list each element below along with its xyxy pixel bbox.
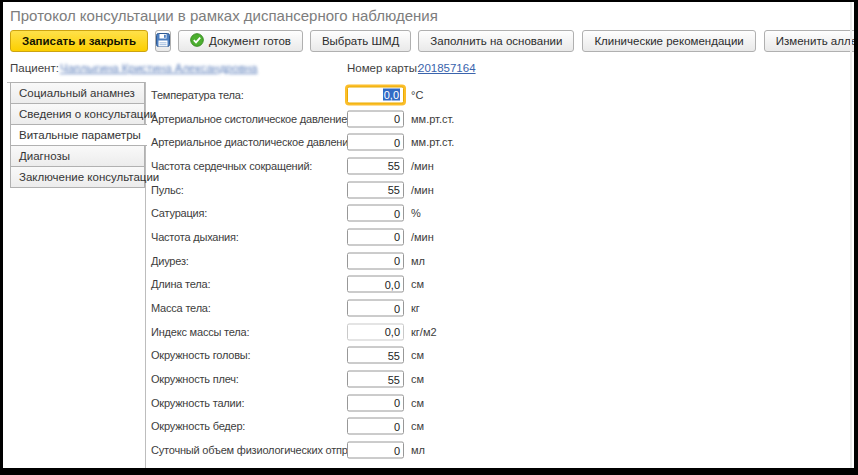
field-unit: мл [411, 255, 425, 267]
field-value: 55 [388, 373, 400, 385]
page-title: Протокол консультации в рамках диспансер… [10, 7, 438, 24]
screenshot-frame: Протокол консультации в рамках диспансер… [0, 0, 858, 475]
check-circle-icon [190, 33, 204, 49]
field-value: 0 [394, 207, 400, 219]
field-label: Окружность плеч: [151, 373, 239, 385]
field-input[interactable]: 0,0 [347, 86, 404, 103]
vital-parameters-form: Температура тела: 0,0 °С Артериальное си… [145, 82, 851, 468]
field-input[interactable]: 0 [347, 418, 404, 435]
sidebar-tab-4[interactable]: Заключение консультации [10, 166, 145, 188]
form-row: Частота дыхания: 0 /мин [146, 225, 851, 249]
field-label: Артериальное диастолическое давление: [151, 136, 357, 148]
field-value: 0,0 [385, 326, 400, 338]
field-input[interactable]: 0 [347, 228, 404, 245]
field-unit: кг/м2 [411, 326, 437, 338]
form-row: Окружность талии: 0 см [146, 391, 851, 415]
form-row: Длина тела: 0,0 см [146, 273, 851, 297]
field-input[interactable]: 0 [347, 110, 404, 127]
field-input[interactable]: 55 [347, 157, 404, 174]
field-input[interactable]: 0 [347, 300, 404, 317]
app-window: Протокол консультации в рамках диспансер… [3, 2, 854, 468]
form-row: Индекс массы тела: 0,0 кг/м2 [146, 320, 851, 344]
card-number-link[interactable]: 201857164 [418, 62, 476, 74]
field-input[interactable]: 0 [347, 252, 404, 269]
floppy-disk-icon [156, 33, 170, 49]
save-button[interactable] [155, 30, 171, 52]
field-input[interactable]: 0 [347, 394, 404, 411]
form-row: Масса тела: 0 кг [146, 296, 851, 320]
form-row: Суточный объем физиологических отправлен… [146, 438, 851, 462]
field-value: 0 [394, 231, 400, 243]
sidebar-tabs: Социальный анамнезСведения о консультаци… [10, 82, 145, 188]
field-value: 55 [388, 349, 400, 361]
field-label: Окружность талии: [151, 397, 244, 409]
field-value: 0 [394, 420, 400, 432]
field-unit: мм.рт.ст. [411, 113, 454, 125]
clinical-recommendations-button[interactable]: Клинические рекомендации [582, 30, 755, 52]
form-row: Артериальное систолическое давление: 0 м… [146, 107, 851, 131]
field-input[interactable]: 55 [347, 181, 404, 198]
field-unit: °С [411, 89, 423, 101]
field-unit: /мин [411, 184, 434, 196]
field-input[interactable]: 0,0 [347, 323, 404, 340]
field-label: Длина тела: [151, 278, 210, 290]
change-allergy-history-button[interactable]: Изменить аллергоанамнез [764, 30, 854, 52]
form-row: Артериальное диастолическое давление: 0 … [146, 130, 851, 154]
field-unit: кг [411, 302, 420, 314]
form-row: Сатурация: 0 % [146, 201, 851, 225]
field-input[interactable]: 0 [347, 134, 404, 151]
field-unit: мм.рт.ст. [411, 136, 454, 148]
field-input[interactable]: 0,0 [347, 276, 404, 293]
field-label: Индекс массы тела: [151, 326, 249, 338]
field-input[interactable]: 55 [347, 347, 404, 364]
sidebar-tab-3[interactable]: Диагнозы [10, 145, 145, 167]
field-label: Масса тела: [151, 302, 211, 314]
right-edge-line [850, 2, 852, 468]
patient-name-link[interactable]: Чаплыгина Кристина Александровна [60, 62, 258, 74]
field-unit: /мин [411, 231, 434, 243]
field-unit: см [411, 373, 424, 385]
form-row: Диурез: 0 мл [146, 249, 851, 273]
field-label: Частота сердечных сокращений: [151, 160, 312, 172]
sidebar-tab-2[interactable]: Витальные параметры [10, 124, 147, 146]
document-ready-button[interactable]: Документ готов [178, 30, 303, 52]
form-row: Окружность бедер: 0 см [146, 415, 851, 439]
sidebar-tab-0[interactable]: Социальный анамнез [10, 82, 145, 104]
field-label: Артериальное систолическое давление: [151, 113, 350, 125]
field-label: Диурез: [151, 255, 189, 267]
form-row: Частота сердечных сокращений: 55 /мин [146, 154, 851, 178]
field-unit: % [411, 207, 421, 219]
field-input[interactable]: 0 [347, 205, 404, 222]
field-unit: /мин [411, 160, 434, 172]
form-row: Температура тела: 0,0 °С [146, 83, 851, 107]
field-value: 55 [388, 184, 400, 196]
field-unit: см [411, 349, 424, 361]
form-row: Окружность плеч: 55 см [146, 367, 851, 391]
patient-label: Пациент: [10, 62, 59, 74]
save-and-close-button[interactable]: Записать и закрыть [10, 30, 148, 52]
field-value: 0 [394, 302, 400, 314]
field-input[interactable]: 55 [347, 371, 404, 388]
patient-row: Пациент: Чаплыгина Кристина Александровн… [10, 61, 854, 77]
field-unit: мл [411, 444, 425, 456]
field-input[interactable]: 0 [347, 442, 404, 459]
field-value: 0 [394, 255, 400, 267]
field-value: 0 [394, 136, 400, 148]
field-label: Пульс: [151, 184, 184, 196]
fill-based-on-button[interactable]: Заполнить на основании [418, 30, 574, 52]
field-label: Частота дыхания: [151, 231, 239, 243]
field-unit: см [411, 397, 424, 409]
choose-shmd-button[interactable]: Выбрать ШМД [310, 30, 411, 52]
field-value: 0 [394, 444, 400, 456]
field-label: Температура тела: [151, 89, 244, 101]
sidebar-tab-1[interactable]: Сведения о консультации [10, 103, 145, 125]
field-label: Окружность бедер: [151, 420, 245, 432]
toolbar: Записать и закрыть [10, 30, 850, 52]
field-label: Окружность головы: [151, 349, 250, 361]
field-value: 0 [394, 113, 400, 125]
form-row: Пульс: 55 /мин [146, 178, 851, 202]
field-unit: см [411, 278, 424, 290]
field-value: 0,0 [383, 89, 400, 101]
card-number-label: Номер карты: [347, 62, 420, 74]
field-unit: см [411, 420, 424, 432]
